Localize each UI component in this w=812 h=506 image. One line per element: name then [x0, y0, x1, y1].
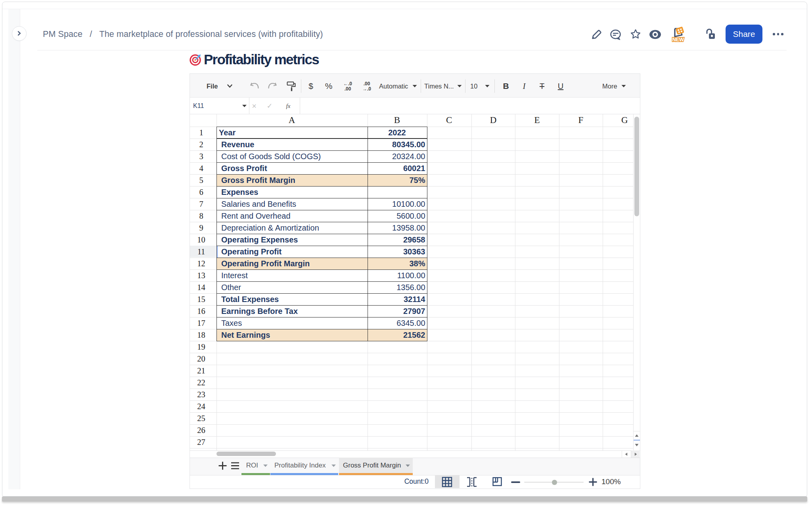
svg-text:NEW: NEW: [672, 37, 684, 42]
